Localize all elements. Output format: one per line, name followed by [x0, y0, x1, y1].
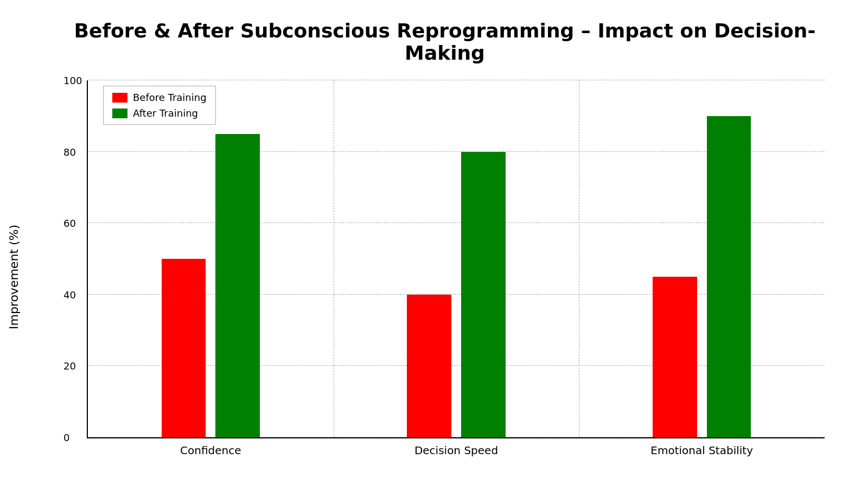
plot-area: 020406080100ConfidenceDecision SpeedEmot… — [87, 80, 825, 438]
y-tick-label: 60 — [63, 218, 76, 229]
chart-title: Before & After Subconscious Reprogrammin… — [54, 20, 835, 64]
legend-before: Before Training — [112, 92, 207, 103]
y-tick-label: 40 — [63, 289, 76, 300]
bar-before — [162, 259, 206, 437]
legend-before-color — [112, 93, 127, 103]
bar-after — [461, 152, 505, 437]
y-tick-label: 100 — [63, 75, 82, 86]
legend-before-label: Before Training — [133, 92, 207, 103]
legend-after-color — [112, 109, 127, 118]
x-tick-label: Confidence — [180, 444, 241, 457]
grid-line — [88, 80, 825, 80]
bar-after — [707, 116, 751, 437]
legend-after-label: After Training — [133, 107, 198, 119]
chart-area: Improvement (%) 020406080100ConfidenceDe… — [54, 69, 835, 471]
y-tick-label: 0 — [63, 432, 69, 443]
y-tick-label: 20 — [63, 360, 76, 372]
vertical-divider — [579, 80, 579, 437]
y-tick-label: 80 — [63, 146, 76, 157]
chart-legend: Before Training After Training — [103, 86, 216, 125]
chart-container: Before & After Subconscious Reprogrammin… — [11, 9, 857, 475]
vertical-divider — [334, 80, 334, 437]
legend-after: After Training — [112, 107, 207, 119]
bar-before — [653, 277, 697, 437]
bar-after — [215, 134, 259, 437]
x-tick-label: Decision Speed — [414, 444, 498, 457]
x-tick-label: Emotional Stability — [650, 444, 753, 457]
y-axis-label: Improvement (%) — [7, 225, 21, 329]
bar-before — [407, 295, 451, 437]
